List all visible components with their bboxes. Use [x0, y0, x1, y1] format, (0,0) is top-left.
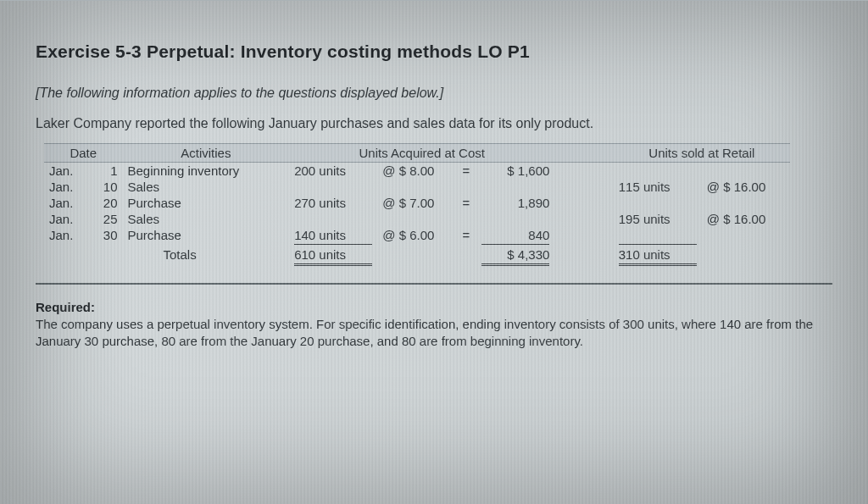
cell-date-month: Jan.	[44, 211, 93, 227]
cell-spacer	[554, 227, 613, 243]
intro-context: [The following information applies to th…	[36, 86, 832, 101]
inventory-table: Date Activities Units Acquired at Cost U…	[44, 143, 790, 268]
document-page: Exercise 5-3 Perpetual: Inventory costin…	[0, 0, 868, 504]
cell-sold-units	[614, 195, 702, 211]
cell-spacer	[554, 195, 613, 211]
cell-spacer	[554, 211, 613, 227]
cell-date-month: Jan.	[44, 179, 93, 195]
col-acquired: Units Acquired at Cost	[289, 144, 554, 163]
cell-date-month: Jan.	[44, 163, 93, 180]
cell-acq-total: 1,890	[476, 195, 555, 211]
table-row: Jan.10Sales115 units@ $ 16.00	[44, 179, 790, 195]
cell-spacer	[554, 163, 613, 180]
cell-acq-total: 840	[476, 227, 555, 243]
cell-date-day: 1	[93, 163, 123, 180]
cell-acq-rate: @ $ 6.00	[377, 227, 456, 243]
table-header-row: Date Activities Units Acquired at Cost U…	[44, 144, 790, 163]
cell-acq-eq: =	[456, 163, 476, 180]
double-underline-row	[44, 263, 790, 268]
cell-activity: Sales	[123, 179, 290, 195]
cell-acq-eq	[456, 211, 476, 227]
cell-acq-eq: =	[456, 195, 476, 211]
cell-sold-rate: @ $ 16.00	[702, 179, 790, 195]
cell-acq-rate: @ $ 8.00	[377, 163, 456, 180]
col-sold: Units sold at Retail	[614, 144, 790, 163]
intro-sentence: Laker Company reported the following Jan…	[36, 116, 832, 131]
table-row: Jan.25Sales195 units@ $ 16.00	[44, 211, 790, 227]
cell-date-day: 30	[93, 227, 123, 243]
required-body: The company uses a perpetual inventory s…	[36, 316, 832, 351]
cell-activity: Sales	[123, 211, 290, 227]
cell-date-day: 10	[93, 179, 123, 195]
totals-acq-units: 610 units	[289, 246, 377, 263]
totals-sold-units: 310 units	[614, 246, 702, 263]
col-spacer	[554, 144, 613, 163]
data-table-wrap: Date Activities Units Acquired at Cost U…	[44, 143, 790, 268]
cell-sold-units	[614, 227, 702, 243]
cell-acq-units: 200 units	[289, 163, 377, 180]
cell-acq-rate: @ $ 7.00	[377, 195, 456, 211]
table-row: Jan.1Beginning inventory200 units@ $ 8.0…	[44, 163, 790, 180]
table-row: Jan.20Purchase270 units@ $ 7.00=1,890	[44, 195, 790, 211]
cell-date-month: Jan.	[44, 195, 93, 211]
section-divider	[36, 283, 832, 285]
cell-activity: Purchase	[123, 227, 290, 243]
cell-acq-rate	[377, 211, 456, 227]
cell-acq-total: $ 1,600	[476, 163, 555, 180]
cell-sold-units	[614, 163, 702, 180]
cell-acq-units	[289, 211, 377, 227]
cell-date-month: Jan.	[44, 227, 93, 243]
cell-sold-rate	[702, 227, 790, 243]
col-date: Date	[44, 144, 123, 163]
cell-acq-eq	[456, 179, 476, 195]
cell-sold-units: 195 units	[614, 211, 702, 227]
exercise-title: Exercise 5-3 Perpetual: Inventory costin…	[36, 42, 832, 62]
col-activities: Activities	[123, 144, 290, 163]
totals-acq-total: $ 4,330	[476, 246, 555, 263]
cell-acq-units: 270 units	[289, 195, 377, 211]
cell-sold-rate: @ $ 16.00	[702, 211, 790, 227]
cell-acq-units	[289, 179, 377, 195]
cell-sold-rate	[702, 195, 790, 211]
cell-acq-units: 140 units	[289, 227, 377, 243]
cell-activity: Purchase	[123, 195, 290, 211]
cell-date-day: 20	[93, 195, 123, 211]
totals-label: Totals	[123, 246, 290, 263]
cell-acq-total	[476, 211, 555, 227]
totals-row: Totals 610 units $ 4,330 310 units	[44, 246, 790, 263]
cell-sold-units: 115 units	[614, 179, 702, 195]
cell-acq-eq: =	[456, 227, 476, 243]
cell-acq-rate	[377, 179, 456, 195]
cell-sold-rate	[702, 163, 790, 180]
table-row: Jan.30Purchase140 units@ $ 6.00=840	[44, 227, 790, 243]
cell-spacer	[554, 179, 613, 195]
cell-activity: Beginning inventory	[123, 163, 290, 180]
cell-date-day: 25	[93, 211, 123, 227]
cell-acq-total	[476, 179, 555, 195]
required-heading: Required:	[36, 300, 832, 314]
